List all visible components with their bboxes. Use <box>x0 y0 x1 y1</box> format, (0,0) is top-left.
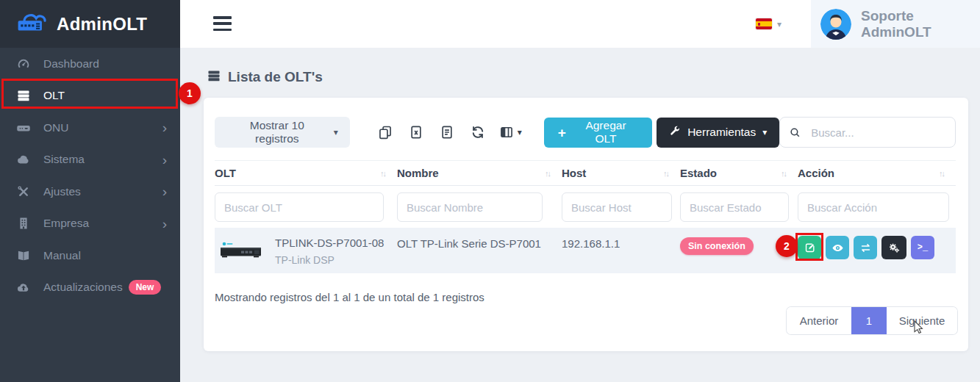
building-icon <box>15 215 32 231</box>
pagination-prev-button[interactable]: Anterior <box>787 307 851 334</box>
nombre-cell: OLT TP-Link Serie DS-P7001 <box>397 228 562 273</box>
status-badge: Sin conexión <box>680 237 754 255</box>
table-toolbar: Mostrar 10 registros ▾ ▾ <box>215 117 956 148</box>
column-header-nombre[interactable]: Nombre ↑↓ <box>397 167 562 179</box>
new-badge: New <box>129 280 162 295</box>
sort-icon: ↑↓ <box>380 169 385 178</box>
main-content: Lista de OLT's Mostrar 10 registros ▾ <box>180 48 980 382</box>
column-header-estado[interactable]: Estado ↑↓ <box>680 167 798 179</box>
copy-icon[interactable] <box>377 123 393 141</box>
filter-host-input[interactable] <box>562 192 672 222</box>
hamburger-menu-icon[interactable] <box>213 16 232 31</box>
caret-down-icon: ▾ <box>518 127 522 137</box>
page-title: Lista de OLT's <box>228 69 323 85</box>
filter-nombre-input[interactable] <box>397 192 543 222</box>
adminolt-logo-icon <box>15 7 50 41</box>
book-icon <box>15 248 32 264</box>
terminal-olt-button[interactable]: >_ <box>911 236 934 259</box>
sidebar-menu: Dashboard OLT ONU › Sistema › Aj <box>0 48 180 303</box>
estado-cell: Sin conexión <box>680 228 798 273</box>
search-input[interactable] <box>809 126 942 140</box>
pagination-page-1-button[interactable]: 1 <box>851 307 887 334</box>
spain-flag-icon <box>756 18 772 29</box>
plus-icon: + <box>558 126 566 140</box>
page-length-label: Mostrar 10 registros <box>226 119 328 145</box>
sidebar-item-sistema[interactable]: Sistema › <box>0 144 180 176</box>
accion-cell: >_ <box>798 228 956 273</box>
sort-icon: ↑↓ <box>545 169 550 178</box>
brand-name: AdminOLT <box>57 14 147 35</box>
sort-icon: ↑↓ <box>663 169 668 178</box>
sidebar-item-olt[interactable]: OLT <box>0 80 180 112</box>
caret-down-icon: ▾ <box>777 19 782 29</box>
page-length-dropdown[interactable]: Mostrar 10 registros ▾ <box>215 117 350 148</box>
modem-icon <box>15 120 32 136</box>
filter-estado-input[interactable] <box>680 192 789 222</box>
column-header-accion[interactable]: Acción ↑↓ <box>798 167 956 179</box>
page-title-row: Lista de OLT's <box>207 68 323 86</box>
olt-name: TPLINK-DS-P7001-08 <box>275 237 384 249</box>
brand-header: AdminOLT <box>0 0 180 48</box>
sidebar-item-dashboard[interactable]: Dashboard <box>0 48 180 80</box>
sidebar-item-label: Actualizaciones <box>43 281 123 294</box>
filter-accion-input[interactable] <box>798 192 949 222</box>
user-menu[interactable]: Soporte AdminOLT <box>811 0 980 48</box>
gauge-icon <box>15 56 32 72</box>
edit-olt-button[interactable] <box>798 236 821 259</box>
olt-name-block: TPLINK-DS-P7001-08 TP-Link DSP <box>275 237 384 273</box>
view-olt-button[interactable] <box>826 236 849 259</box>
add-olt-button[interactable]: + Agregar OLT <box>544 118 652 148</box>
caret-down-icon: ▾ <box>334 127 338 137</box>
language-dropdown[interactable]: ▾ <box>756 0 782 48</box>
table-filter-row <box>215 187 956 228</box>
sidebar-item-onu[interactable]: ONU › <box>0 112 180 144</box>
sidebar-item-label: ONU <box>43 121 68 134</box>
sidebar-item-actualizaciones[interactable]: Actualizaciones New <box>0 272 180 304</box>
eye-icon <box>831 242 844 254</box>
export-buttons: ▾ <box>370 123 528 141</box>
refresh-icon[interactable] <box>470 123 486 141</box>
pagination: Anterior 1 Siguiente <box>787 307 957 334</box>
olt-device-thumbnail <box>219 239 263 263</box>
tools-icon <box>15 184 32 200</box>
chevron-right-icon: › <box>162 120 167 134</box>
wrench-icon <box>669 125 681 140</box>
sort-icon: ↑↓ <box>939 169 944 178</box>
add-olt-label: Agregar OLT <box>573 119 638 145</box>
cloud-upload-icon <box>15 279 32 295</box>
user-name: Soporte AdminOLT <box>861 8 980 40</box>
configure-olt-button[interactable] <box>881 236 906 259</box>
sidebar-item-label: Dashboard <box>43 57 99 71</box>
sidebar-item-label: Sistema <box>43 153 85 166</box>
table-header-row: OLT ↑↓ Nombre ↑↓ Host ↑↓ Estado ↑↓ Acció… <box>215 160 956 186</box>
server-icon <box>207 68 221 86</box>
records-summary: Mostrando registros del 1 al 1 de un tot… <box>215 291 484 303</box>
tools-label: Herramientas <box>687 126 756 139</box>
tools-dropdown-button[interactable]: Herramientas ▾ <box>657 118 779 148</box>
chevron-right-icon: › <box>162 184 167 198</box>
pagination-next-button[interactable]: Siguiente <box>887 307 957 334</box>
sidebar-item-label: OLT <box>43 89 65 102</box>
sidebar-item-ajustes[interactable]: Ajustes › <box>0 176 180 208</box>
sidebar-item-empresa[interactable]: Empresa › <box>0 208 180 240</box>
column-header-host[interactable]: Host ↑↓ <box>562 167 680 179</box>
filter-olt-input[interactable] <box>215 192 384 222</box>
olt-list-card: Mostrar 10 registros ▾ ▾ <box>204 98 968 351</box>
transfer-olt-button[interactable] <box>854 236 877 259</box>
chevron-right-icon: › <box>162 153 167 167</box>
column-header-olt[interactable]: OLT ↑↓ <box>215 167 397 179</box>
sidebar-item-manual[interactable]: Manual <box>0 239 180 272</box>
caret-down-icon: ▾ <box>762 127 767 137</box>
sidebar-item-label: Manual <box>43 249 81 262</box>
excel-export-icon[interactable] <box>408 123 424 141</box>
sidebar: AdminOLT Dashboard OLT ONU › Sistema <box>0 0 180 382</box>
chevron-right-icon: › <box>162 217 167 231</box>
cloud-icon <box>15 151 32 167</box>
olt-cell: TPLINK-DS-P7001-08 TP-Link DSP <box>215 228 397 273</box>
file-export-icon[interactable] <box>439 123 455 141</box>
sidebar-item-label: Ajustes <box>43 185 81 198</box>
olt-model: TP-Link DSP <box>275 254 384 266</box>
gears-icon <box>888 242 901 254</box>
column-visibility-dropdown[interactable]: ▾ <box>499 125 522 140</box>
topbar: ▾ Soporte AdminOLT <box>180 0 980 48</box>
